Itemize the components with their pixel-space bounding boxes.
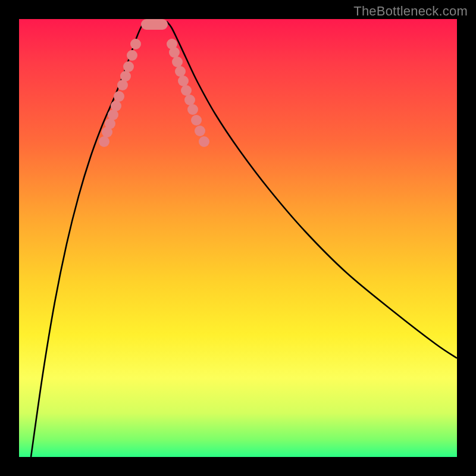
curve-right: [167, 21, 457, 358]
data-marker: [130, 39, 141, 49]
data-marker: [99, 136, 109, 147]
data-marker: [178, 76, 189, 86]
plot-area: [19, 19, 457, 457]
data-marker: [114, 91, 124, 102]
data-marker: [187, 104, 198, 115]
chart-frame: TheBottleneck.com: [0, 0, 476, 476]
curve-left: [31, 21, 145, 457]
data-marker: [120, 71, 131, 82]
watermark-text: TheBottleneck.com: [353, 4, 468, 19]
data-marker: [184, 95, 195, 105]
data-marker: [195, 126, 205, 136]
valley-capsule: [141, 19, 168, 30]
data-marker: [111, 101, 121, 111]
data-marker: [181, 85, 192, 96]
data-marker: [175, 66, 186, 77]
chart-svg: [19, 19, 457, 457]
data-marker: [169, 47, 180, 58]
data-marker: [172, 57, 183, 67]
data-marker: [199, 136, 209, 147]
data-marker: [123, 61, 134, 72]
markers-left: [99, 39, 141, 147]
data-marker: [191, 115, 202, 126]
data-marker: [127, 50, 137, 61]
